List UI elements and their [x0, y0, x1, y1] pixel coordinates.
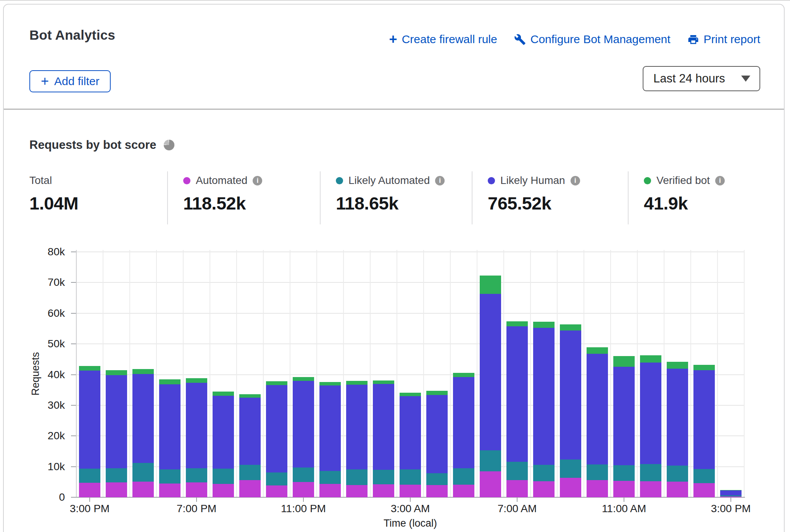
bar-segment-likely-automated[interactable] — [587, 464, 608, 480]
bar-segment-likely-automated[interactable] — [693, 469, 715, 483]
bar-segment-likely-human[interactable] — [533, 328, 555, 464]
bar-segment-automated[interactable] — [213, 484, 234, 497]
bar-segment-verified-bot[interactable] — [720, 490, 742, 490]
bar-segment-automated[interactable] — [640, 481, 661, 497]
bar-segment-automated[interactable] — [667, 482, 688, 497]
bar-segment-verified-bot[interactable] — [373, 380, 394, 384]
bar-segment-likely-automated[interactable] — [613, 465, 635, 481]
bar-segment-likely-automated[interactable] — [319, 471, 341, 484]
bar-segment-verified-bot[interactable] — [319, 382, 341, 386]
bar-segment-automated[interactable] — [132, 482, 154, 497]
bar-segment-verified-bot[interactable] — [506, 321, 528, 327]
bar-segment-likely-automated[interactable] — [239, 465, 261, 480]
bar-segment-verified-bot[interactable] — [239, 394, 261, 398]
bar-segment-likely-automated[interactable] — [159, 469, 181, 484]
bar-segment-automated[interactable] — [560, 478, 581, 497]
bar-segment-likely-human[interactable] — [132, 374, 154, 463]
info-icon[interactable]: i — [253, 176, 262, 185]
stat-likely-human[interactable]: Likely Human i 765.52k — [472, 171, 628, 224]
info-icon[interactable]: i — [435, 176, 445, 185]
bar-segment-likely-human[interactable] — [426, 395, 448, 473]
bar-segment-verified-bot[interactable] — [640, 355, 661, 363]
bar-segment-automated[interactable] — [587, 480, 608, 497]
bar-segment-automated[interactable] — [293, 482, 314, 497]
create-firewall-rule-link[interactable]: + Create firewall rule — [389, 33, 497, 46]
bar-segment-likely-automated[interactable] — [560, 459, 581, 478]
bar-segment-verified-bot[interactable] — [213, 392, 234, 396]
bar-segment-likely-automated[interactable] — [506, 462, 528, 480]
bar-segment-likely-human[interactable] — [587, 354, 608, 464]
bar-segment-verified-bot[interactable] — [346, 381, 368, 385]
bar-segment-verified-bot[interactable] — [132, 369, 154, 374]
bar-segment-likely-human[interactable] — [613, 367, 635, 465]
bar-segment-likely-human[interactable] — [373, 384, 394, 470]
bar-segment-automated[interactable] — [400, 485, 421, 497]
info-icon[interactable]: i — [571, 176, 580, 185]
bar-segment-likely-automated[interactable] — [79, 469, 100, 483]
bar-segment-verified-bot[interactable] — [79, 366, 100, 371]
stat-likely-automated[interactable]: Likely Automated i 118.65k — [320, 171, 472, 224]
bar-segment-verified-bot[interactable] — [426, 391, 448, 395]
bar-segment-likely-human[interactable] — [293, 381, 314, 468]
bar-segment-verified-bot[interactable] — [613, 356, 635, 367]
bar-segment-verified-bot[interactable] — [533, 322, 555, 328]
bar-segment-likely-automated[interactable] — [106, 468, 127, 482]
bar-segment-likely-automated[interactable] — [266, 472, 287, 485]
bar-segment-automated[interactable] — [426, 485, 448, 497]
info-icon[interactable]: i — [715, 176, 725, 185]
bar-segment-verified-bot[interactable] — [693, 365, 715, 370]
bar-segment-automated[interactable] — [533, 481, 555, 497]
bar-segment-likely-human[interactable] — [159, 384, 181, 469]
bar-segment-automated[interactable] — [346, 485, 368, 497]
bar-segment-automated[interactable] — [239, 480, 261, 497]
bar-segment-verified-bot[interactable] — [667, 362, 688, 369]
bar-segment-likely-automated[interactable] — [720, 495, 742, 496]
bar-segment-likely-human[interactable] — [319, 385, 341, 471]
bar-segment-likely-human[interactable] — [640, 363, 661, 464]
bar-segment-verified-bot[interactable] — [480, 276, 501, 294]
bar-segment-verified-bot[interactable] — [266, 381, 287, 385]
bar-segment-automated[interactable] — [480, 471, 501, 497]
bar-segment-automated[interactable] — [453, 485, 474, 497]
time-range-select[interactable]: Last 24 hours — [643, 66, 760, 91]
bar-segment-likely-human[interactable] — [346, 385, 368, 469]
bar-segment-likely-automated[interactable] — [346, 469, 368, 485]
bar-segment-likely-automated[interactable] — [453, 468, 474, 485]
bar-segment-automated[interactable] — [159, 484, 181, 497]
bar-segment-automated[interactable] — [693, 483, 715, 497]
bar-segment-likely-human[interactable] — [79, 371, 100, 469]
bar-segment-likely-human[interactable] — [506, 326, 528, 461]
bar-segment-likely-human[interactable] — [400, 396, 421, 469]
bar-segment-automated[interactable] — [613, 481, 635, 497]
bar-segment-likely-automated[interactable] — [480, 450, 501, 471]
bar-segment-likely-human[interactable] — [186, 383, 207, 468]
bar-segment-verified-bot[interactable] — [106, 370, 127, 375]
bar-segment-likely-human[interactable] — [480, 294, 501, 450]
bar-segment-likely-automated[interactable] — [426, 473, 448, 485]
bar-segment-likely-automated[interactable] — [132, 463, 154, 482]
bar-segment-likely-human[interactable] — [560, 330, 581, 459]
bar-segment-likely-automated[interactable] — [667, 466, 688, 482]
bar-segment-likely-human[interactable] — [266, 385, 287, 472]
bar-segment-likely-automated[interactable] — [533, 465, 555, 481]
bar-segment-likely-human[interactable] — [106, 375, 127, 468]
bar-segment-automated[interactable] — [79, 483, 100, 497]
bar-segment-likely-automated[interactable] — [186, 468, 207, 482]
bar-segment-verified-bot[interactable] — [400, 393, 421, 396]
bar-segment-verified-bot[interactable] — [560, 324, 581, 330]
bar-segment-verified-bot[interactable] — [186, 378, 207, 383]
bar-segment-likely-human[interactable] — [667, 369, 688, 466]
stat-automated[interactable]: Automated i 118.52k — [167, 171, 320, 224]
bar-segment-verified-bot[interactable] — [453, 373, 474, 377]
bar-segment-likely-automated[interactable] — [640, 464, 661, 481]
bar-segment-verified-bot[interactable] — [159, 379, 181, 385]
bar-segment-likely-human[interactable] — [239, 398, 261, 465]
bar-segment-likely-human[interactable] — [693, 370, 715, 469]
bar-segment-automated[interactable] — [106, 482, 127, 497]
configure-bot-management-link[interactable]: Configure Bot Management — [514, 33, 671, 46]
stat-verified-bot[interactable]: Verified bot i 41.9k — [628, 171, 784, 224]
bar-segment-automated[interactable] — [373, 484, 394, 497]
bar-segment-likely-human[interactable] — [720, 490, 742, 496]
bar-segment-automated[interactable] — [186, 482, 207, 497]
bar-segment-automated[interactable] — [720, 497, 742, 497]
